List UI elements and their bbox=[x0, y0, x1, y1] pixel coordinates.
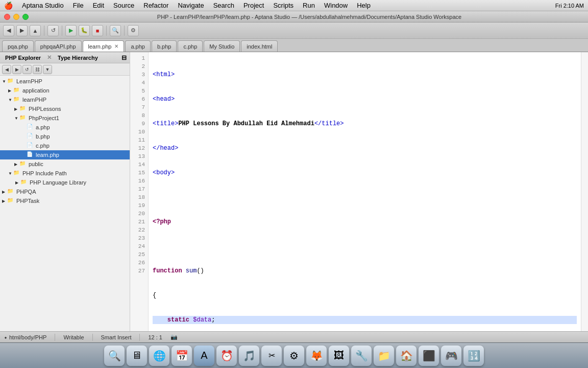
close-button[interactable] bbox=[4, 14, 10, 20]
minimize-button[interactable] bbox=[13, 14, 19, 20]
line-num-17: 17 bbox=[130, 185, 148, 193]
menu-aptana[interactable]: Aptana Studio bbox=[18, 1, 68, 10]
tab-learn-close[interactable]: ✕ bbox=[114, 43, 118, 49]
file-icon-cphp: 📄 bbox=[27, 142, 35, 149]
dock-tools[interactable]: 🔧 bbox=[351, 346, 372, 366]
tab-c[interactable]: c.php bbox=[178, 40, 203, 52]
dock: 🔍 🖥 🌐 📅 A ⏰ 🎵 ✂ ⚙ 🦊 🖼 🔧 📁 🏠 ⬛ 🎮 🔢 bbox=[0, 342, 588, 368]
status-writable: Writable bbox=[63, 334, 84, 340]
menu-run[interactable]: Run bbox=[299, 1, 319, 10]
tree-item-bphp[interactable]: 📄 b.php bbox=[0, 132, 130, 141]
tree-item-phpqa[interactable]: ▶ 📁 PHPQA bbox=[0, 187, 130, 196]
maximize-button[interactable] bbox=[22, 14, 29, 20]
toolbar-stop-btn[interactable]: ■ bbox=[92, 25, 103, 36]
folder-icon-learnphp2: 📁 bbox=[13, 96, 21, 103]
tab-phpqa[interactable]: phpqaAPI.php bbox=[35, 40, 82, 52]
apple-menu-icon[interactable]: 🍎 bbox=[4, 2, 13, 10]
toolbar-debug-btn[interactable]: 🐛 bbox=[79, 25, 90, 36]
menu-edit[interactable]: Edit bbox=[89, 1, 108, 10]
dock-timemachine[interactable]: ⏰ bbox=[216, 346, 237, 366]
tree-item-aphp[interactable]: 📄 a.php bbox=[0, 123, 130, 132]
code-line-5: <body> bbox=[153, 169, 577, 177]
line-num-26: 26 bbox=[130, 259, 148, 267]
tab-index[interactable]: index.html bbox=[241, 40, 278, 52]
menu-window[interactable]: Window bbox=[320, 1, 352, 10]
sidebar-link-btn[interactable]: ⛓ bbox=[33, 65, 42, 74]
tab-b[interactable]: b.php bbox=[152, 40, 177, 52]
toolbar-preferences-btn[interactable]: ⚙ bbox=[128, 25, 139, 36]
status-camera-icon-item: 📷 bbox=[170, 334, 178, 340]
menu-scripts[interactable]: Scripts bbox=[269, 1, 298, 10]
dock-scissors[interactable]: ✂ bbox=[261, 346, 282, 366]
dock-calendar[interactable]: 📅 bbox=[172, 346, 192, 366]
dock-music[interactable]: 🎵 bbox=[239, 346, 259, 366]
toolbar-search-btn[interactable]: 🔍 bbox=[110, 25, 121, 36]
camera-icon: 📷 bbox=[170, 334, 178, 340]
status-position: 12 : 1 bbox=[148, 334, 162, 340]
tree-item-php-language-library[interactable]: ▶ 📁 PHP Language Library bbox=[0, 178, 130, 187]
sidebar-collapse-btn[interactable]: ◀ bbox=[2, 65, 11, 74]
sidebar-tree: ▼ 📁 LearnPHP ▶ 📁 application ▼ 📁 learnPH… bbox=[0, 76, 130, 331]
dock-firefox[interactable]: 🦊 bbox=[306, 346, 327, 366]
tree-item-phpproject1[interactable]: ▼ 📁 PhpProject1 bbox=[0, 113, 130, 123]
sidebar-menu-btn[interactable]: ▼ bbox=[43, 65, 52, 74]
folder-icon-phpproject1: 📁 bbox=[19, 114, 28, 122]
line-num-7: 7 bbox=[130, 103, 148, 111]
tree-item-learnphp2[interactable]: ▼ 📁 learnPHP bbox=[0, 95, 130, 104]
tree-item-application[interactable]: ▶ 📁 application bbox=[0, 86, 130, 95]
tree-item-public[interactable]: ▶ 📁 public bbox=[0, 159, 130, 169]
dock-game[interactable]: 🎮 bbox=[441, 346, 461, 366]
code-line-11: static $data; bbox=[153, 316, 577, 324]
dock-terminal[interactable]: ⬛ bbox=[419, 346, 439, 366]
dock-files[interactable]: 📁 bbox=[374, 346, 394, 366]
toolbar-refresh-btn[interactable]: ↺ bbox=[47, 25, 59, 36]
tab-a[interactable]: a.php bbox=[125, 40, 151, 52]
tab-learn[interactable]: learn.php ✕ bbox=[83, 40, 125, 52]
titlebar: PHP - LearnPHP/learnPHP/learn.php - Apta… bbox=[0, 11, 588, 22]
tree-arrow-phpproject1: ▼ bbox=[14, 116, 19, 121]
dock-home[interactable]: 🏠 bbox=[396, 346, 416, 366]
line-num-23: 23 bbox=[130, 234, 148, 242]
tree-item-learnphp[interactable]: ▼ 📁 LearnPHP bbox=[0, 77, 130, 86]
menubar-time: Fri 2:10 AM bbox=[555, 3, 584, 9]
sidebar-minimize-icon[interactable]: ⊟ bbox=[121, 54, 127, 61]
tree-item-learnphp-file[interactable]: 📄 learn.php bbox=[0, 150, 130, 159]
dock-finder[interactable]: 🔍 bbox=[104, 346, 125, 366]
menu-file[interactable]: File bbox=[69, 1, 88, 10]
tree-item-phplessons[interactable]: ▶ 📁 PHPLessons bbox=[0, 104, 130, 113]
tab-pqa[interactable]: pqa.php bbox=[2, 40, 34, 52]
line-num-19: 19 bbox=[130, 201, 148, 210]
dock-settings[interactable]: ⚙ bbox=[284, 346, 304, 366]
toolbar-back-btn[interactable]: ◀ bbox=[3, 25, 14, 36]
dock-photos[interactable]: 🖼 bbox=[329, 346, 349, 366]
tree-item-php-include-path[interactable]: ▼ 📁 PHP Include Path bbox=[0, 169, 130, 178]
menu-source[interactable]: Source bbox=[109, 1, 138, 10]
dock-numbers[interactable]: 🔢 bbox=[463, 346, 484, 366]
tree-item-phptask[interactable]: ▶ 📁 PHPTask bbox=[0, 196, 130, 205]
editor-area[interactable]: 1 2 3 4 5 6 7 8 9 10 11 12 13 14 15 16 1 bbox=[130, 52, 588, 331]
folder-icon-phptask: 📁 bbox=[7, 197, 15, 204]
toolbar-run-btn[interactable]: ▶ bbox=[65, 25, 77, 36]
dock-dashboard[interactable]: 🖥 bbox=[127, 346, 147, 366]
menu-search[interactable]: Search bbox=[209, 1, 238, 10]
sidebar-expand-btn[interactable]: ▶ bbox=[12, 65, 21, 74]
editor-layout: PHP Explorer ✕ Type Hierarchy ⊟ ◀ ▶ ↺ ⛓ … bbox=[0, 52, 588, 331]
sidebar-tab-explorer[interactable]: PHP Explorer bbox=[3, 54, 43, 62]
dock-browser[interactable]: 🌐 bbox=[149, 346, 169, 366]
code-container: 1 2 3 4 5 6 7 8 9 10 11 12 13 14 15 16 1 bbox=[130, 52, 588, 331]
toolbar-forward-btn[interactable]: ▶ bbox=[16, 25, 28, 36]
toolbar-up-btn[interactable]: ▲ bbox=[30, 25, 41, 36]
sidebar-tab-hierarchy[interactable]: Type Hierarchy bbox=[56, 54, 100, 62]
tree-item-cphp[interactable]: 📄 c.php bbox=[0, 141, 130, 150]
menu-refactor[interactable]: Refactor bbox=[139, 1, 173, 10]
status-sep-1 bbox=[55, 334, 55, 341]
code-editor[interactable]: <html> <head> <title>PHP Lessons By Abdu… bbox=[149, 52, 581, 331]
menu-navigate[interactable]: Navigate bbox=[174, 1, 208, 10]
dock-aptana[interactable]: A bbox=[194, 346, 214, 366]
folder-icon-learnphp: 📁 bbox=[7, 78, 15, 85]
menu-project[interactable]: Project bbox=[239, 1, 268, 10]
sidebar-refresh-btn[interactable]: ↺ bbox=[22, 65, 32, 74]
tab-mystudio[interactable]: My Studio bbox=[204, 40, 240, 52]
menu-help[interactable]: Help bbox=[353, 1, 375, 10]
menubar-items: 🍎 Aptana Studio File Edit Source Refacto… bbox=[4, 1, 375, 10]
